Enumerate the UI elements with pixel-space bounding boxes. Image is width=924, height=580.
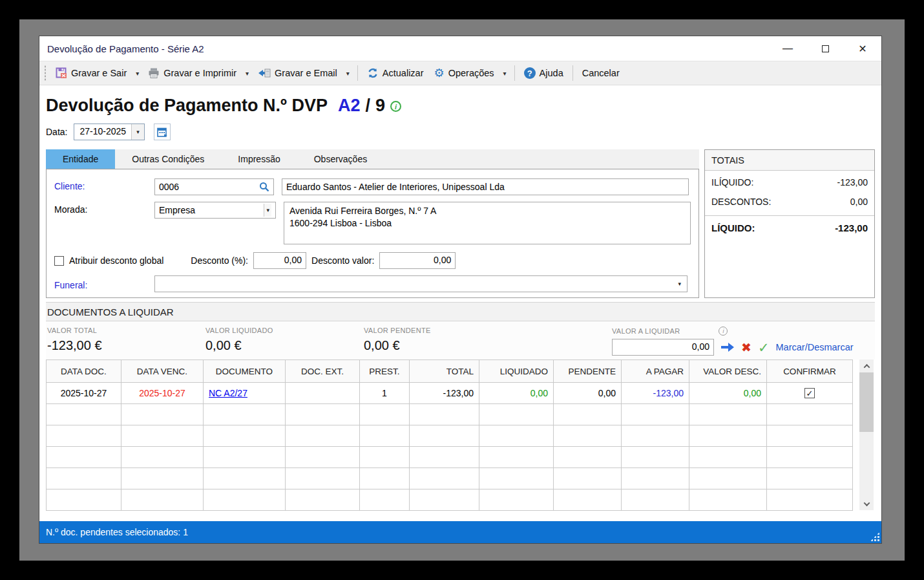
empty-table-row[interactable]: [47, 404, 853, 425]
empty-table-row[interactable]: [47, 489, 853, 511]
date-label: Data:: [46, 127, 67, 137]
tab-outras-condicoes[interactable]: Outras Condições: [115, 149, 221, 169]
table-scrollbar[interactable]: [859, 360, 874, 510]
valor-a-liquidar-input[interactable]: 0,00: [612, 339, 714, 356]
morada-dropdown-icon[interactable]: ▾: [264, 204, 271, 217]
row-confirm-checkbox[interactable]: ✓: [804, 388, 815, 398]
clear-icon[interactable]: ✖: [741, 341, 751, 354]
tab-impressao[interactable]: Impressão: [221, 149, 297, 169]
toolbar-separator: [357, 65, 358, 81]
desktop-background: Devolução de Pagamento - Série A2 — ✕ Gr…: [19, 19, 905, 561]
totals-title: TOTAIS: [705, 150, 874, 171]
col-a-pagar[interactable]: A PAGAR: [622, 360, 689, 383]
save-exit-dropdown-icon[interactable]: ▾: [132, 67, 142, 80]
address-line-2: 1600-294 Lisboa - Lisboa: [289, 217, 685, 230]
save-email-dropdown-icon[interactable]: ▾: [343, 67, 353, 80]
date-dropdown-icon[interactable]: ▾: [131, 124, 144, 140]
global-discount-checkbox[interactable]: [54, 256, 64, 266]
cliente-code-input[interactable]: 0006: [154, 178, 274, 195]
valor-liquidado-label: VALOR LIQUIDADO: [205, 327, 364, 334]
scrollbar-thumb[interactable]: [859, 372, 874, 432]
save-email-button[interactable]: Gravar e Email: [253, 65, 342, 81]
col-prest[interactable]: PREST.: [360, 360, 410, 383]
col-total[interactable]: TOTAL: [410, 360, 479, 383]
tab-entidade-label: Entidade: [63, 154, 98, 164]
calendar-button[interactable]: [154, 124, 171, 140]
funeral-dropdown-icon[interactable]: ▾: [676, 277, 683, 290]
empty-table-row[interactable]: [47, 468, 853, 489]
minimize-button[interactable]: —: [769, 36, 806, 61]
help-button[interactable]: ? Ajuda: [520, 65, 568, 81]
resize-grip-icon[interactable]: [870, 532, 879, 541]
cliente-name-input[interactable]: Eduardo Santos - Atelier de Interiores, …: [282, 178, 689, 195]
operations-button[interactable]: ⚙ Operações: [430, 65, 499, 81]
maximize-button[interactable]: [806, 36, 844, 61]
cell-documento: NC A2/27: [204, 383, 286, 404]
heading-series: A2: [338, 96, 361, 116]
totals-panel: TOTAIS ILÍQUIDO: -123,00 DESCONTOS: 0,00…: [704, 149, 875, 298]
cell-valor-desc: 0,00: [689, 383, 767, 404]
empty-table-row[interactable]: [47, 425, 853, 447]
cliente-row: Cliente: 0006 Eduardo Santos - Atelier d…: [54, 178, 691, 195]
liquido-value: -123,00: [835, 222, 868, 233]
tab-observacoes[interactable]: Observações: [297, 149, 384, 169]
table-row[interactable]: 2025-10-27 2025-10-27 NC A2/27 1 -123,00…: [47, 383, 853, 404]
cancel-label: Cancelar: [582, 68, 620, 78]
tab-observacoes-label: Observações: [314, 154, 367, 164]
document-info-icon[interactable]: i: [390, 101, 401, 112]
documents-table-zone: DATA DOC. DATA VENC. DOCUMENTO DOC. EXT.…: [46, 360, 875, 511]
save-print-dropdown-icon[interactable]: ▾: [242, 67, 252, 80]
address-line-1: Avenida Rui Ferreira Borges, N.º 7 A: [289, 205, 685, 217]
col-data-venc[interactable]: DATA VENC.: [121, 360, 204, 383]
valor-a-liquidar-block: VALOR A LIQUIDAR i 0,00 ✖ ✓ Marcar/Desma…: [612, 327, 874, 356]
valor-liquidado-block: VALOR LIQUIDADO 0,00 €: [205, 327, 364, 353]
morada-type-select[interactable]: Empresa ▾: [154, 202, 276, 219]
save-exit-button[interactable]: Gravar e Sair: [51, 65, 131, 81]
email-icon: [258, 67, 271, 79]
discount-pct-input[interactable]: 0,00: [253, 252, 306, 269]
cancel-button[interactable]: Cancelar: [578, 65, 624, 81]
col-data-doc[interactable]: DATA DOC.: [47, 360, 121, 383]
entity-panel: Cliente: 0006 Eduardo Santos - Atelier d…: [46, 169, 699, 298]
valor-a-liquidar-info-icon[interactable]: i: [719, 327, 728, 336]
scroll-down-button[interactable]: [859, 497, 874, 510]
funeral-select[interactable]: ▾: [154, 275, 688, 292]
col-documento[interactable]: DOCUMENTO: [204, 360, 286, 383]
valor-pendente-block: VALOR PENDENTE 0,00 €: [364, 327, 522, 353]
operations-dropdown-icon[interactable]: ▾: [500, 67, 510, 80]
col-pendente[interactable]: PENDENTE: [554, 360, 622, 383]
discount-value-label: Desconto valor:: [311, 255, 374, 266]
calendar-icon: [157, 127, 168, 138]
scroll-up-button[interactable]: [859, 360, 874, 372]
apply-arrow-icon[interactable]: [720, 342, 735, 352]
cell-confirmar: ✓: [767, 383, 853, 404]
refresh-button[interactable]: Actualizar: [362, 65, 428, 81]
discount-value-input[interactable]: 0,00: [379, 252, 456, 269]
cell-data-doc: 2025-10-27: [47, 383, 121, 404]
col-confirmar[interactable]: CONFIRMAR: [767, 360, 853, 383]
tab-entidade[interactable]: Entidade: [46, 149, 115, 169]
window-controls: — ✕: [769, 36, 881, 61]
refresh-icon: [367, 67, 379, 79]
cell-pendente: 0,00: [554, 383, 622, 404]
toolbar-drag-handle[interactable]: [43, 65, 47, 81]
iliquido-value: -123,00: [837, 177, 868, 188]
confirm-check-icon[interactable]: ✓: [758, 341, 770, 354]
col-liquidado[interactable]: LIQUIDADO: [479, 360, 554, 383]
save-exit-label: Gravar e Sair: [71, 68, 127, 78]
close-button[interactable]: ✕: [844, 36, 881, 61]
marcar-desmarcar-link[interactable]: Marcar/Desmarcar: [776, 342, 854, 352]
tab-outras-condicoes-label: Outras Condições: [132, 154, 204, 164]
date-picker[interactable]: 27-10-2025 ▾: [74, 124, 145, 140]
toolbar-separator: [514, 65, 515, 81]
search-icon[interactable]: [259, 182, 269, 192]
col-valor-desc[interactable]: VALOR DESC.: [689, 360, 767, 383]
col-doc-ext[interactable]: DOC. EXT.: [286, 360, 360, 383]
empty-table-row[interactable]: [47, 447, 853, 468]
valor-pendente-label: VALOR PENDENTE: [364, 327, 522, 334]
address-textarea[interactable]: Avenida Rui Ferreira Borges, N.º 7 A 160…: [284, 202, 691, 244]
save-print-button[interactable]: Gravar e Imprimir: [143, 65, 241, 81]
descontos-label: DESCONTOS:: [711, 197, 771, 207]
funeral-label: Funeral:: [54, 277, 154, 290]
document-link[interactable]: NC A2/27: [209, 388, 247, 398]
